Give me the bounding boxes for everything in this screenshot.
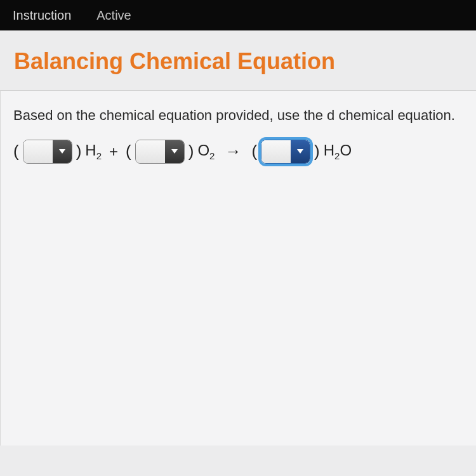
- content-area: Balancing Chemical Equation Based on the…: [0, 30, 476, 476]
- paren-close-2: ): [188, 142, 194, 161]
- reaction-arrow: →: [225, 142, 241, 161]
- coefficient-dropdown-2[interactable]: [135, 140, 185, 164]
- page-title: Balancing Chemical Equation: [0, 30, 476, 90]
- paren-open-2: (: [126, 142, 131, 161]
- paren-open-3: (: [251, 142, 257, 161]
- tab-instruction[interactable]: Instruction: [0, 1, 84, 30]
- coefficient-value-3: [261, 140, 291, 163]
- coefficient-value-1: [23, 140, 53, 163]
- question-prompt: Based on the chemical equation provided,…: [13, 106, 463, 126]
- chevron-down-icon: [53, 140, 72, 163]
- coefficient-dropdown-3[interactable]: [261, 140, 310, 164]
- question-panel: Based on the chemical equation provided,…: [0, 90, 476, 446]
- paren-close-3: ): [314, 142, 320, 161]
- formula-o2: O2: [197, 142, 215, 161]
- plus-sign: +: [109, 143, 118, 161]
- header-bar: Instruction Active: [0, 0, 476, 30]
- coefficient-dropdown-1[interactable]: [23, 140, 72, 164]
- equation-row: ( ) H2 + ( ) O2 → (: [13, 140, 463, 164]
- tab-active[interactable]: Active: [84, 1, 143, 30]
- chevron-down-icon: [165, 140, 184, 163]
- coefficient-value-2: [136, 140, 165, 163]
- formula-h2o: H2O: [324, 142, 352, 161]
- chevron-down-icon: [291, 140, 310, 163]
- paren-open-1: (: [13, 142, 19, 161]
- paren-close-1: ): [76, 142, 82, 161]
- formula-h2: H2: [85, 142, 102, 161]
